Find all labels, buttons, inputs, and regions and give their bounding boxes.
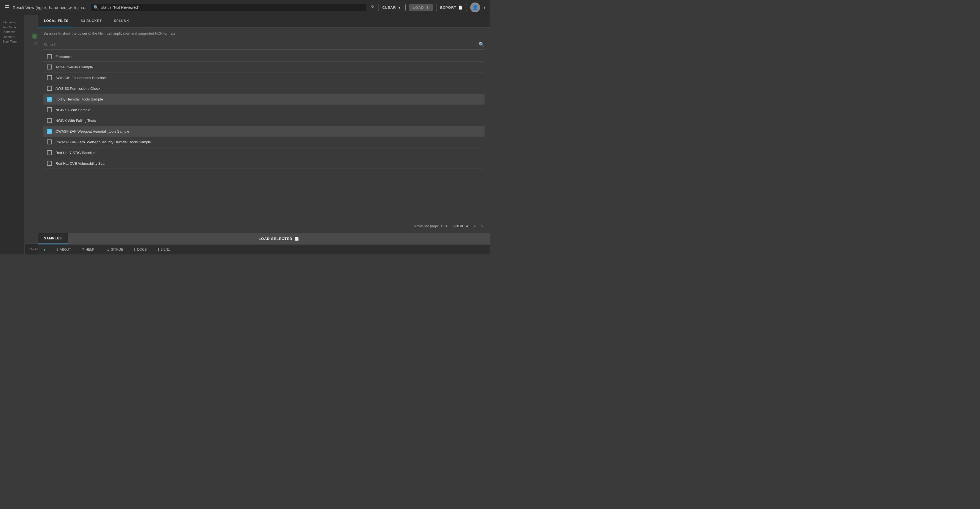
about-label: ABOUT (60, 247, 71, 252)
github-link[interactable]: ⌥ GITHUB (105, 247, 123, 252)
row-check-4 (43, 97, 56, 101)
prev-page-button[interactable]: ‹ (473, 223, 477, 230)
topbar-search-container: 🔍 (91, 4, 366, 11)
table-row[interactable]: Red Hat 7 STIG Baseline (43, 147, 485, 158)
next-page-button[interactable]: › (480, 223, 485, 230)
load-button[interactable]: LOAD ⬆ (409, 4, 433, 11)
checkbox-2[interactable] (47, 75, 52, 80)
docs-link[interactable]: ℹ DOCS (134, 247, 147, 252)
table-row[interactable]: Fortify Heimdall_tools Sample (43, 94, 485, 105)
table-row[interactable]: NGINX With Failing Tests (43, 115, 485, 126)
clear-button[interactable]: CLEAR ▼ (378, 4, 406, 11)
checkbox-3[interactable] (47, 86, 52, 91)
row-name-3: AWS S3 Permissions Check (56, 87, 100, 90)
table-row[interactable]: OWASP ZAP Webgoat Heimdall_tools Sample (43, 126, 485, 137)
table-row[interactable]: AWS CIS Foundations Baseline (43, 73, 485, 83)
checkbox-5[interactable] (47, 107, 52, 112)
checkbox-9[interactable] (47, 150, 52, 155)
rows-value: 10 (441, 224, 444, 228)
topbar: ☰ Result View (nginx_hardened_with_ma...… (0, 0, 490, 15)
modal-tabs: LOCAL FILES S3 BUCKET SPLUNK (38, 15, 490, 27)
duration-label: Duration: (3, 35, 15, 38)
about-link[interactable]: ℹ ABOUT (57, 247, 71, 252)
load-label: LOAD (413, 5, 424, 10)
row-check-9 (43, 150, 56, 155)
table-row[interactable]: NGINX Clean Sample (43, 105, 485, 115)
pagination: Rows per page: 10 ▾ 1-10 of 14 ‹ › (38, 219, 490, 233)
modal-footer-row: SAMPLES LOAD SELECTED 📄 (38, 233, 490, 244)
avatar-icon: 👤 (472, 5, 478, 10)
modal-search-input[interactable] (43, 42, 479, 47)
rows-per-page-label: Rows per page: (414, 224, 439, 228)
checkbox-1[interactable] (47, 65, 52, 70)
row-name-10: Red Hat CVE Vulnerability Scan (56, 162, 107, 166)
version-label: 2.6.31 (161, 247, 170, 252)
tab-splunk[interactable]: SPLUNK (108, 15, 135, 27)
row-check-3 (43, 86, 56, 91)
checkbox-7[interactable] (47, 129, 52, 134)
export-icon: 📄 (458, 5, 463, 10)
help-label: HELP (86, 247, 94, 252)
row-name-4: Fortify Heimdall_tools Sample (56, 97, 103, 101)
load-selected-label: LOAD SELECTED (259, 237, 293, 241)
modal-table: Filename ↑ Acme Overlay Example (43, 52, 485, 219)
docs-label: DOCS (137, 247, 147, 252)
modal-search-container: 🔍 (43, 41, 485, 49)
page-title: Result View (nginx_hardened_with_ma... (13, 5, 88, 10)
row-check-5 (43, 107, 56, 112)
docs-icon: ℹ (134, 247, 135, 252)
rows-per-page-select[interactable]: 10 ▾ (441, 224, 447, 228)
row-name-2: AWS CIS Foundations Baseline (56, 76, 106, 80)
export-button[interactable]: EXPORT 📄 (436, 4, 467, 11)
load-selected-container[interactable]: LOAD SELECTED 📄 (68, 233, 490, 244)
filename-column-header: Filename ↑ (56, 55, 73, 59)
sidebar-info: Filename: Tool Versi Platform: Duration:… (0, 18, 24, 46)
table-row[interactable]: Acme Overlay Example (43, 62, 485, 73)
row-check-10 (43, 161, 56, 166)
version-link[interactable]: ℹ 2.6.31 (158, 247, 170, 252)
export-label: EXPORT (440, 5, 457, 10)
table-row[interactable]: Red Hat CVE Vulnerability Scan (43, 158, 485, 169)
modal-description: Samples to show the power of the Heimdal… (38, 27, 490, 39)
filename-label: Filename: (3, 21, 16, 24)
checkbox-8[interactable] (47, 140, 52, 144)
tool-version-label: Tool Versi (3, 25, 16, 29)
row-name-1: Acme Overlay Example (56, 65, 93, 69)
footer-tabs: SAMPLES (38, 233, 68, 244)
load-selected-button[interactable]: LOAD SELECTED 📄 (259, 237, 299, 241)
row-name-5: NGINX Clean Sample (56, 108, 90, 112)
content-area: ✓ Pa 297 individ File info ↓ LOCAL FILES… (25, 15, 490, 255)
help-button[interactable]: ? (370, 3, 375, 12)
github-label: GITHUB (111, 247, 123, 252)
modal-overlay: LOCAL FILES S3 BUCKET SPLUNK Samples to … (25, 15, 490, 255)
select-all-checkbox[interactable] (47, 54, 52, 59)
row-check-8 (43, 140, 56, 144)
row-name-6: NGINX With Failing Tests (56, 119, 95, 123)
table-row[interactable]: AWS S3 Permissions Check (43, 83, 485, 94)
github-icon: ⌥ (105, 247, 109, 252)
row-check-6 (43, 118, 56, 123)
row-check-1 (43, 65, 56, 70)
chevron-down-icon: ▾ (484, 5, 485, 10)
checkbox-4[interactable] (47, 97, 52, 101)
search-icon: 🔍 (94, 5, 99, 10)
table-row[interactable]: OWASP ZAP Zero_WebAppSecurity Heimdall_t… (43, 137, 485, 147)
start-time-label: Start Time: (3, 40, 18, 43)
upload-icon: ⬆ (426, 5, 429, 10)
row-name-9: Red Hat 7 STIG Baseline (56, 151, 95, 155)
table-header: Filename ↑ (43, 52, 485, 62)
platform-label: Platform: (3, 30, 15, 33)
menu-icon[interactable]: ☰ (5, 4, 10, 11)
avatar[interactable]: 👤 (470, 2, 480, 12)
left-sidebar: Filename: Tool Versi Platform: Duration:… (0, 15, 25, 255)
app-footer: ● ℹ ABOUT ? HELP ⌥ GITHUB ℹ (38, 244, 490, 255)
checkbox-6[interactable] (47, 118, 52, 123)
tab-samples[interactable]: SAMPLES (38, 233, 68, 244)
checkbox-10[interactable] (47, 161, 52, 166)
load-file-icon: 📄 (294, 237, 299, 241)
help-link[interactable]: ? HELP (82, 247, 94, 252)
search-input[interactable] (101, 5, 364, 10)
tab-s3-bucket[interactable]: S3 BUCKET (75, 15, 108, 27)
row-name-7: OWASP ZAP Webgoat Heimdall_tools Sample (56, 129, 129, 133)
tab-local-files[interactable]: LOCAL FILES (38, 15, 75, 27)
